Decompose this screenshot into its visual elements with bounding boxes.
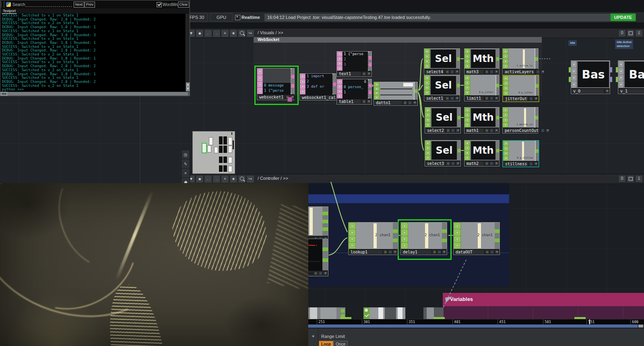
node-plus-button[interactable] [323, 271, 328, 276]
node-flags[interactable] [425, 140, 431, 161]
comment-box-titlebar[interactable] [254, 37, 542, 43]
bookmark-star-icon[interactable]: ★ [229, 29, 237, 37]
node-namebar[interactable]: select2 [425, 128, 460, 133]
node-buttons[interactable] [485, 96, 499, 101]
once-button[interactable]: Once [333, 341, 348, 346]
node-flag[interactable] [465, 123, 470, 127]
split-pane-icon[interactable] [627, 29, 634, 37]
node-outputs[interactable] [496, 107, 499, 128]
node-flag[interactable] [465, 64, 470, 68]
node-blue-button[interactable] [437, 250, 442, 254]
node-namebar[interactable]: limit1 [464, 95, 499, 101]
node-flags[interactable] [349, 222, 356, 249]
node-namebar[interactable]: delay1 [401, 249, 447, 255]
node-buttons[interactable] [383, 250, 397, 254]
node-flag[interactable] [337, 62, 342, 66]
node-websocket1[interactable]: 0 message 1 {"perso websocket1 [257, 68, 295, 100]
node-flag[interactable] [504, 151, 508, 156]
node-namebar[interactable]: jitterOut [503, 96, 539, 101]
node-namebar[interactable]: math3 [464, 69, 499, 74]
scrollbar-thumb[interactable] [308, 325, 638, 327]
node-flag[interactable] [300, 74, 305, 79]
node-flags[interactable] [464, 75, 470, 95]
node-flag[interactable] [425, 91, 429, 95]
node-flag[interactable] [465, 151, 470, 155]
node-buttons[interactable] [485, 70, 499, 74]
node-text1[interactable]: 1 {"perso 2 3 text1 [336, 51, 372, 77]
node-outputs[interactable] [369, 51, 372, 71]
search-input[interactable] [25, 6, 72, 7]
node-viewer[interactable]: 2 chan1 [461, 222, 495, 249]
node-flags[interactable] [337, 51, 343, 71]
node-plus-button[interactable] [541, 70, 545, 74]
node-viewer[interactable]: 0 p_stillne [509, 141, 536, 161]
collapse-pane-icon[interactable]: ⇩ [635, 175, 643, 183]
node-flag[interactable] [454, 229, 460, 235]
node-name[interactable]: select3 [425, 161, 446, 166]
node-blue-button[interactable] [451, 128, 455, 133]
node-flag[interactable] [572, 61, 576, 68]
node-olive-button[interactable] [362, 72, 366, 76]
node-buttons[interactable] [485, 128, 499, 133]
node-flags[interactable] [464, 49, 470, 69]
node-select4[interactable]: Sel select4 [424, 48, 460, 75]
status-message[interactable]: 16:04:12 Load Project .toe: visualState-… [264, 13, 613, 22]
node-flag[interactable] [504, 146, 508, 150]
node-viewer[interactable]: 1 active_la [508, 49, 535, 69]
node-olive-button[interactable] [403, 101, 407, 105]
node-flag[interactable] [425, 118, 430, 122]
node-name[interactable]: select2 [425, 128, 446, 133]
node-plus-button[interactable] [534, 97, 538, 101]
wire-tool-icon[interactable]: ϟ [182, 159, 190, 169]
node-name[interactable]: select4 [425, 69, 445, 74]
node-plus-button[interactable] [494, 96, 499, 101]
node-olive-button[interactable] [485, 96, 489, 101]
node-plus-button[interactable] [367, 99, 371, 104]
node-flags[interactable] [424, 49, 430, 69]
node-outputs[interactable] [536, 141, 539, 161]
node-name[interactable]: math2 [465, 161, 484, 166]
node-plus-button[interactable] [534, 162, 538, 166]
node-flag[interactable] [503, 123, 508, 127]
node-flag[interactable] [619, 68, 623, 74]
node-viewer-toggle[interactable] [287, 97, 292, 102]
add-timeline-button[interactable]: + [308, 328, 318, 346]
back-arrow-icon[interactable]: ← [204, 29, 212, 37]
node-plus-button[interactable] [367, 72, 371, 76]
node-viewer[interactable]: 2 chan1 [356, 222, 393, 249]
node-buttons[interactable] [485, 161, 499, 166]
scrollbar-arrows[interactable]: ◀ ▶ [0, 92, 8, 96]
node-flag[interactable] [504, 156, 508, 161]
horizontal-scrollbar[interactable]: ◀ ▶ [0, 92, 190, 96]
node-name[interactable]: lookup1 [349, 249, 383, 255]
node-name[interactable]: stillness [504, 161, 528, 167]
node-flag[interactable] [465, 76, 470, 80]
node-flag[interactable] [300, 79, 305, 84]
node-name[interactable]: activeLayers [503, 69, 535, 74]
node-math2[interactable]: Mth math2 [464, 140, 500, 167]
node-buttons[interactable] [432, 250, 446, 254]
node-olive-button[interactable] [485, 161, 489, 166]
node-buttons[interactable] [314, 271, 328, 276]
node-flag[interactable] [401, 229, 408, 235]
scrollbar-handle[interactable] [638, 325, 643, 327]
network-path-breadcrumb[interactable]: / Visuals / >> [258, 30, 283, 35]
node-namebar[interactable]: math2 [464, 161, 499, 166]
node-flag[interactable] [337, 57, 342, 61]
node-name[interactable]: websocket1 [258, 95, 285, 100]
node-flag[interactable] [374, 82, 379, 86]
node-flag[interactable] [349, 243, 355, 249]
node-flag[interactable] [425, 49, 429, 54]
node-buttons[interactable] [446, 128, 460, 133]
node-flags[interactable] [454, 222, 461, 249]
node-blue-button[interactable] [451, 161, 455, 166]
node-flag[interactable] [337, 89, 342, 94]
controller-box-titlebar[interactable] [300, 194, 509, 203]
node-datto1[interactable]: datto1 [374, 82, 418, 106]
node-outputs[interactable] [322, 207, 328, 236]
node-flag[interactable] [619, 81, 623, 88]
node-viewer[interactable] [380, 82, 415, 100]
cut-tool-icon[interactable]: × [182, 169, 190, 178]
node-flag[interactable] [465, 86, 470, 90]
node-outputs[interactable] [535, 107, 538, 128]
